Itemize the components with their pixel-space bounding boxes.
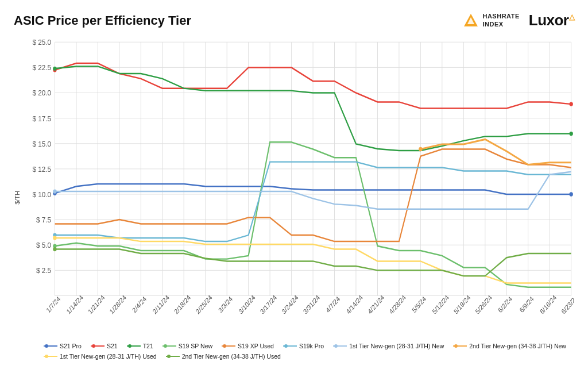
2nd-tier-new-line [420,139,571,164]
svg-text:5/5/24: 5/5/24 [411,295,427,314]
legend-item-s19k: S19k Pro [283,343,324,349]
svg-point-82 [419,147,422,151]
svg-point-78 [569,132,572,136]
svg-text:6/23/24: 6/23/24 [560,293,574,315]
hashrate-index-text: HASHRATE INDEX [482,13,519,28]
svg-text:$ 10.0: $ 10.0 [32,190,51,199]
svg-point-74 [569,192,572,196]
svg-point-94 [223,344,226,348]
s19-sp-legend-icon [163,343,176,349]
svg-text:$ 25.0: $ 25.0 [32,38,51,47]
svg-point-96 [284,344,288,348]
2nd-tier-new-legend-icon [453,343,467,349]
svg-text:3/17/24: 3/17/24 [259,293,278,315]
1st-tier-used-legend-label: 1st Tier New-gen (28-31 J/TH) Used [60,353,157,360]
svg-point-76 [569,102,572,106]
svg-text:5/12/24: 5/12/24 [431,293,450,315]
s21-pro-legend-icon [44,343,57,349]
svg-text:5/19/24: 5/19/24 [452,293,471,315]
svg-point-100 [454,344,458,348]
svg-text:1/7/24: 1/7/24 [45,295,61,314]
s19k-legend-icon [283,343,297,349]
t21-legend-label: T21 [143,343,153,349]
2nd-tier-new-legend-label: 2nd Tier New-gen (34-38 J/TH) New [469,343,566,349]
1st-tier-used-legend-icon [44,353,57,359]
svg-text:$ 20.0: $ 20.0 [32,89,51,98]
chart-svg: .grid-line { stroke: #ddd; stroke-width:… [23,35,574,338]
legend-item-2nd-used: 2nd Tier New-gen (34-38 J/TH) Used [166,353,281,360]
svg-text:6/2/24: 6/2/24 [497,295,513,314]
2nd-tier-used-legend-icon [166,353,180,359]
svg-point-102 [45,355,48,358]
chart-wrapper: .grid-line { stroke: #ddd; stroke-width:… [23,35,574,360]
legend-item-s21-pro: S21 Pro [44,343,82,349]
svg-text:3/31/24: 3/31/24 [302,293,321,315]
svg-text:4/21/24: 4/21/24 [366,293,385,315]
s21-legend-label: S21 [107,343,118,349]
legend-item-1st-new: 1st Tier New-gen (28-31 J/TH) New [333,343,444,349]
svg-point-83 [53,236,56,240]
svg-point-104 [167,355,171,358]
svg-point-77 [53,67,56,71]
header: ASIC Price per Efficiency Tier HASHRATE … [14,11,574,29]
svg-text:5/26/24: 5/26/24 [474,293,493,315]
svg-text:$ 22.5: $ 22.5 [32,64,51,72]
svg-text:1/28/24: 1/28/24 [109,293,127,315]
svg-text:3/24/24: 3/24/24 [281,293,300,315]
svg-text:3/3/24: 3/3/24 [217,295,234,314]
svg-text:2/18/24: 2/18/24 [173,293,192,315]
page-title: ASIC Price per Efficiency Tier [14,13,191,28]
svg-point-81 [53,189,56,193]
svg-point-86 [45,344,48,348]
svg-text:6/9/24: 6/9/24 [519,295,535,314]
hashrate-logo: HASHRATE INDEX [463,13,519,29]
page-container: ASIC Price per Efficiency Tier HASHRATE … [0,0,588,369]
svg-text:3/10/24: 3/10/24 [238,293,257,315]
legend-item-t21: T21 [127,343,153,349]
svg-text:2/4/24: 2/4/24 [131,295,148,314]
svg-point-92 [164,344,167,348]
s19-sp-legend-label: S19 SP New [179,343,212,349]
svg-text:2/11/24: 2/11/24 [152,293,171,315]
1st-tier-new-legend-label: 1st Tier New-gen (28-31 J/TH) New [349,343,444,349]
svg-text:$ 7.5: $ 7.5 [36,216,51,224]
s21-legend-icon [91,343,105,349]
legend-item-2nd-new: 2nd Tier New-gen (34-38 J/TH) New [453,343,566,349]
svg-text:$ 2.5: $ 2.5 [36,267,51,275]
svg-text:1/14/24: 1/14/24 [65,293,84,315]
svg-point-98 [334,344,338,348]
legend-item-s19-xp: S19 XP Used [222,343,274,349]
luxor-logo: Luxor△ [529,11,574,29]
s21-pro-legend-label: S21 Pro [60,343,82,349]
chart-svg-container: .grid-line { stroke: #ddd; stroke-width:… [23,35,574,338]
1st-tier-new-legend-icon [333,343,347,349]
chart-area: $/TH .grid-line { stroke: #ddd; stroke-w… [14,35,574,360]
svg-text:$ 12.5: $ 12.5 [32,165,51,174]
luxor-text: Luxor△ [529,11,574,29]
s19-xp-legend-icon [222,343,235,349]
legend-item-s19-sp: S19 SP New [163,343,212,349]
svg-text:$ 17.5: $ 17.5 [32,114,51,123]
hashrate-triangle-icon [463,13,479,29]
svg-text:2/25/24: 2/25/24 [195,293,214,315]
s19k-legend-label: S19k Pro [299,343,324,349]
svg-point-90 [128,344,131,348]
y-axis-label: $/TH [14,191,21,205]
svg-text:4/7/24: 4/7/24 [324,295,341,314]
legend-item-1st-used: 1st Tier New-gen (28-31 J/TH) Used [44,353,157,360]
svg-text:$ 15.0: $ 15.0 [32,140,51,148]
svg-text:4/28/24: 4/28/24 [388,293,407,315]
svg-text:6/16/24: 6/16/24 [539,293,558,315]
svg-text:4/14/24: 4/14/24 [345,293,364,315]
s19-xp-legend-label: S19 XP Used [238,343,274,349]
svg-text:1/21/24: 1/21/24 [87,293,106,315]
2nd-tier-used-legend-label: 2nd Tier New-gen (34-38 J/TH) Used [182,353,281,360]
svg-text:$ 5.0: $ 5.0 [36,241,51,249]
legend-item-s21: S21 [91,343,118,349]
t21-legend-icon [127,343,141,349]
svg-point-84 [53,247,56,251]
svg-point-88 [92,344,95,348]
logos: HASHRATE INDEX Luxor△ [463,11,574,29]
legend: S21 Pro S21 T21 S19 SP New S19 XP Used [23,343,574,360]
